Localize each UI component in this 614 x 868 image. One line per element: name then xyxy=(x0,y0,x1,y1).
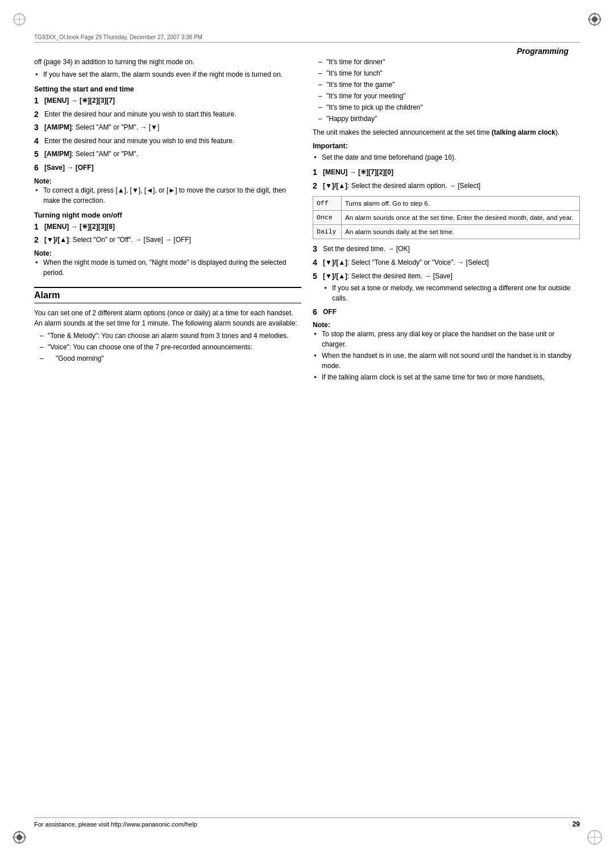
section-title: Programming xyxy=(517,47,569,56)
r-note-bullet-3: If the talking alarm clock is set at the… xyxy=(313,372,580,382)
page-number: 29 xyxy=(572,820,580,828)
alarm-table: OffTurns alarm off. Go to step 6.OnceAn … xyxy=(313,196,580,239)
turning-subheading: Turning night mode on/off xyxy=(34,211,301,219)
table-cell-value: An alarm sounds once at the set time. En… xyxy=(342,211,580,225)
r-note-bullet-2: When the handset is in use, the alarm wi… xyxy=(313,350,580,371)
reg-mark-bl xyxy=(11,829,27,845)
intro-bullets: If you have set the alarm, the alarm sou… xyxy=(34,69,301,80)
rdash-2: "It's time for lunch" xyxy=(318,68,580,78)
r-note: Note: To stop the alarm, press any dial … xyxy=(313,321,580,382)
note2-bullet-1: When the night mode is turned on, "Night… xyxy=(34,257,301,278)
alarm-intro: You can set one of 2 different alarm opt… xyxy=(34,308,301,328)
turn-step-2: 2 [▼]/[▲]: Select "On" or "Off". → [Save… xyxy=(34,235,301,246)
table-cell-value: An alarm sounds daily at the set time. xyxy=(342,225,580,239)
reg-mark-tr xyxy=(587,11,603,27)
note-bullet-1: To correct a digit, press [▲], [▼], [◄],… xyxy=(34,185,301,206)
left-column: off (page 34) in addition to turning the… xyxy=(34,57,301,806)
alarm-section-header: Alarm xyxy=(34,287,301,303)
header-bar: TG93XX_OI.book Page 29 Thursday, Decembe… xyxy=(34,34,580,43)
rdash-1: "It's time for dinner" xyxy=(318,57,580,67)
r-step-5: 5 [▼]/[▲]: Select the desired item. → [S… xyxy=(313,271,580,304)
r-step-2: 2 [▼]/[▲]: Select the desired alarm opti… xyxy=(313,181,580,192)
step-5: 5 [AM/PM]: Select "AM" or "PM". xyxy=(34,149,301,160)
important-bullets: Set the date and time beforehand (page 1… xyxy=(313,152,580,162)
file-info: TG93XX_OI.book Page 29 Thursday, Decembe… xyxy=(34,34,202,40)
rdash-3: "It's time for the game" xyxy=(318,80,580,90)
turn-step-1: 1 [MENU] → [✳][2][3][8] xyxy=(34,222,301,233)
note-2: Note: When the night mode is turned on, … xyxy=(34,249,301,278)
r-step-4: 4 [▼]/[▲]: Select "Tone & Melody" or "Vo… xyxy=(313,257,580,269)
alarm-dash-2: "Voice": You can choose one of the 7 pre… xyxy=(40,342,301,352)
footer-assistance: For assistance, please visit http://www.… xyxy=(34,821,197,828)
table-cell-key: Off xyxy=(313,197,342,211)
r-step-6: 6 OFF xyxy=(313,307,580,318)
step-6: 6 [Save] → [OFF] xyxy=(34,162,301,174)
intro-bullet-1: If you have set the alarm, the alarm sou… xyxy=(34,69,301,80)
unit-text: The unit makes the selected announcement… xyxy=(313,127,580,137)
table-cell-key: Once xyxy=(313,211,342,225)
rdash-6: "Happy birthday" xyxy=(318,114,580,124)
reg-mark-br xyxy=(587,829,603,845)
alarm-dash-3: "Good morning" xyxy=(40,353,301,364)
table-cell-key: Daily xyxy=(313,225,342,239)
table-cell-value: Turns alarm off. Go to step 6. xyxy=(342,197,580,211)
r-step-1: 1 [MENU] → [✳][7][2][0] xyxy=(313,167,580,178)
step-2: 2 Enter the desired hour and minute you … xyxy=(34,109,301,120)
page: TG93XX_OI.book Page 29 Thursday, Decembe… xyxy=(0,0,614,868)
r-step-3: 3 Set the desired time. → [OK] xyxy=(313,244,580,255)
alarm-dash-1: "Tone & Melody": You can choose an alarm… xyxy=(40,331,301,341)
rdash-4: "It's time for your meeting" xyxy=(318,91,580,101)
important-bullet-1: Set the date and time beforehand (page 1… xyxy=(313,152,580,162)
alarm-dash-list: "Tone & Melody": You can choose an alarm… xyxy=(34,331,301,364)
rdash-5: "It's time to pick up the children" xyxy=(318,102,580,112)
r-step5-bullet: If you set a tone or melody, we recommen… xyxy=(323,283,580,303)
footer-bar: For assistance, please visit http://www.… xyxy=(34,817,580,828)
step-4: 4 Enter the desired hour and minute you … xyxy=(34,136,301,147)
setting-subheading: Setting the start and end time xyxy=(34,85,301,93)
content-area: off (page 34) in addition to turning the… xyxy=(34,57,580,806)
right-column: "It's time for dinner" "It's time for lu… xyxy=(313,57,580,806)
important-label: Important: xyxy=(313,142,580,150)
note-1: Note: To correct a digit, press [▲], [▼]… xyxy=(34,177,301,206)
table-row: DailyAn alarm sounds daily at the set ti… xyxy=(313,225,580,239)
r-note-bullet-1: To stop the alarm, press any dial key or… xyxy=(313,329,580,349)
table-row: OffTurns alarm off. Go to step 6. xyxy=(313,197,580,211)
intro-text: off (page 34) in addition to turning the… xyxy=(34,57,301,67)
table-row: OnceAn alarm sounds once at the set time… xyxy=(313,211,580,225)
right-dash-list: "It's time for dinner" "It's time for lu… xyxy=(313,57,580,124)
step-1: 1 [MENU] → [✳][2][3][7] xyxy=(34,95,301,107)
reg-mark-tl xyxy=(11,11,27,27)
step-3: 3 [AM/PM]: Select "AM" or "PM". → [▼] xyxy=(34,122,301,133)
